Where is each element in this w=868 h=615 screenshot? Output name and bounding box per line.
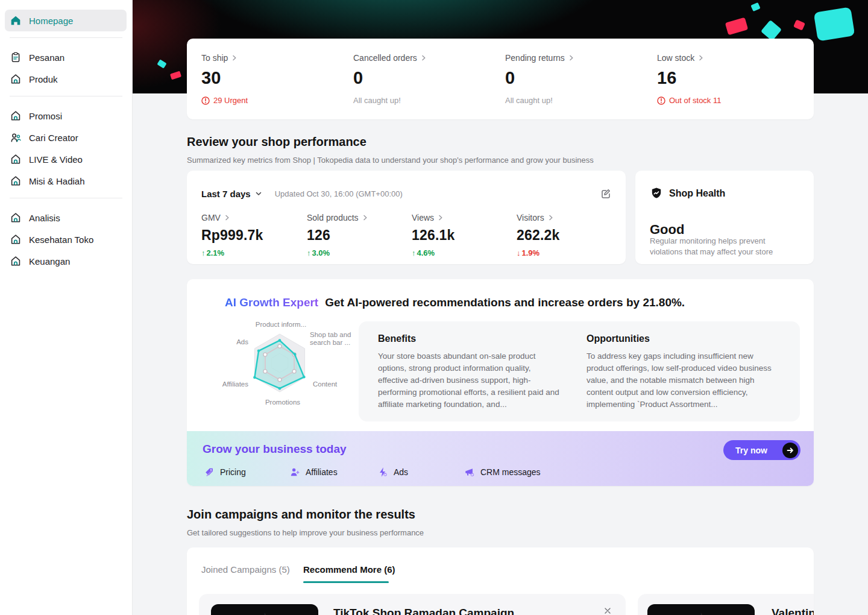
radar-axis-label-affiliates: Affiliates — [212, 380, 248, 388]
radar-axis-label-ads: Ads — [223, 338, 248, 346]
metric-delta-text: 4.6% — [417, 248, 435, 257]
grow-business-title: Grow your business today — [203, 443, 347, 456]
confetti-shape — [814, 7, 855, 41]
ai-growth-expert-card: AI Growth Expert Get AI-powered recommen… — [187, 279, 814, 486]
sidebar-item-label: Keuangan — [29, 256, 70, 266]
metric-link[interactable]: Sold products — [307, 213, 408, 222]
stat-label-text: Low stock — [657, 53, 694, 63]
confetti-shape — [761, 20, 782, 41]
campaign-card-ramadan[interactable]: ♪ TikTok Shop Ramadan Campaign — [199, 594, 626, 615]
stat-value: 30 — [201, 68, 346, 88]
sidebar-item-label: Promosi — [29, 111, 62, 121]
sidebar-item-promosi[interactable]: Promosi — [5, 105, 127, 127]
lightning-icon — [377, 467, 388, 478]
promo-item-crm[interactable]: CRM messages — [464, 467, 541, 478]
confetti-shape — [157, 59, 166, 68]
ai-brand-name: AI Growth Expert — [225, 296, 318, 309]
tab-recommend-more[interactable]: Recommend More (6) — [303, 564, 395, 575]
campaign-card-valentine[interactable]: ♪ Valentin — [638, 594, 814, 615]
stat-link[interactable]: Cancelled orders — [353, 53, 498, 63]
active-tab-underline — [303, 581, 389, 583]
metric-link[interactable]: GMV — [201, 213, 303, 222]
metric-value: Rp999.7k — [201, 227, 303, 244]
tab-joined-campaigns[interactable]: Joined Campaigns (5) — [201, 564, 290, 575]
campaign-thumbnail: ♪ — [211, 604, 318, 615]
stat-low-stock: Low stock 16 Out of stock 11 — [657, 53, 802, 105]
shop-health-card[interactable]: Shop Health Good Regular monitoring help… — [635, 171, 814, 264]
sidebar-item-label: Produk — [29, 74, 58, 84]
sidebar-item-produk[interactable]: Produk — [5, 68, 127, 90]
shop-health-description: Regular monitoring helps prevent violati… — [650, 236, 797, 257]
stat-cancelled-orders: Cancelled orders 0 All caught up! — [353, 53, 498, 105]
sidebar-item-homepage[interactable]: Homepage — [5, 10, 127, 31]
campaign-thumbnail: ♪ — [647, 604, 755, 615]
arrow-right-icon — [786, 446, 794, 455]
sidebar-item-pesanan[interactable]: Pesanan — [5, 46, 127, 68]
sidebar-item-live-video[interactable]: LIVE & Video — [5, 148, 127, 170]
stat-status: Out of stock 11 — [657, 96, 802, 105]
metric-label-text: Views — [412, 213, 434, 222]
promo-item-pricing[interactable]: Pricing — [204, 467, 246, 478]
users-icon — [10, 132, 21, 143]
sidebar-item-kesehatan-toko[interactable]: Kesehatan Toko — [5, 229, 127, 250]
sidebar-item-label: Cari Creator — [29, 133, 78, 143]
metric-label-text: Sold products — [307, 213, 359, 222]
stat-label-text: To ship — [201, 53, 228, 63]
shop-icon — [10, 234, 21, 245]
chevron-right-icon — [362, 215, 368, 221]
shop-icon — [10, 256, 21, 266]
sidebar-item-keuangan[interactable]: Keuangan — [5, 250, 127, 272]
benefits-title: Benefits — [378, 333, 562, 344]
stat-link[interactable]: Low stock — [657, 53, 802, 63]
ai-insights-panel: Benefits Your store boasts abundant on-s… — [359, 321, 800, 421]
sidebar-item-analisis[interactable]: Analisis — [5, 207, 127, 229]
stat-link[interactable]: Pending returns — [505, 53, 650, 63]
grow-business-banner: Grow your business today Pricing Affilia… — [187, 431, 814, 486]
up-arrow-icon — [412, 248, 417, 257]
metric-delta-text: 2.1% — [207, 248, 225, 257]
chevron-right-icon — [548, 215, 554, 221]
shop-icon — [10, 212, 21, 223]
shop-icon — [10, 110, 21, 121]
metric-link[interactable]: Visitors — [517, 213, 618, 222]
tiktok-logo-mark: ♪ — [699, 610, 703, 615]
sidebar-divider — [10, 198, 122, 198]
metric-value: 126.1k — [412, 227, 513, 244]
home-icon — [10, 15, 21, 26]
promo-item-affiliates[interactable]: Affiliates — [289, 467, 338, 478]
edit-metrics-icon[interactable] — [600, 188, 611, 199]
radar-axis-label-line: search bar ... — [310, 339, 351, 347]
radar-axis-label-content: Content — [313, 380, 337, 388]
stat-status: All caught up! — [353, 96, 498, 105]
price-tag-icon — [204, 467, 215, 478]
date-range-selector[interactable]: Last 7 days — [201, 189, 262, 199]
metric-delta: 2.1% — [201, 248, 303, 257]
up-arrow-icon — [201, 248, 207, 257]
opportunities-column: Opportunities To address key gaps includ… — [587, 333, 781, 411]
opportunities-title: Opportunities — [587, 333, 781, 344]
metric-delta: 4.6% — [412, 248, 513, 257]
try-now-button[interactable]: Try now — [723, 440, 800, 460]
sidebar-item-misi-hadiah[interactable]: Misi & Hadiah — [5, 170, 127, 192]
stat-status-text: 29 Urgent — [213, 96, 248, 105]
campaigns-section-subtitle: Get tailored suggestions to help improve… — [187, 528, 424, 537]
alert-icon — [201, 96, 210, 105]
try-now-label: Try now — [735, 446, 767, 455]
shop-capability-radar-chart — [242, 326, 317, 400]
close-icon[interactable] — [604, 607, 611, 614]
date-range-value: Last 7 days — [201, 189, 251, 199]
shop-icon — [10, 74, 21, 84]
arrow-circle — [782, 443, 798, 458]
metric-gmv: GMV Rp999.7k 2.1% — [201, 213, 303, 257]
ai-header-row: AI Growth Expert Get AI-powered recommen… — [203, 295, 685, 311]
metric-delta-text: 3.0% — [312, 248, 330, 257]
sidebar-item-cari-creator[interactable]: Cari Creator — [5, 127, 127, 148]
promo-item-ads[interactable]: Ads — [377, 467, 408, 478]
stat-link[interactable]: To ship — [201, 53, 346, 63]
chevron-down-icon — [255, 190, 262, 197]
radar-axis-label-promotions: Promotions — [256, 399, 310, 406]
sidebar-item-label: Kesehatan Toko — [29, 235, 93, 245]
metric-link[interactable]: Views — [412, 213, 513, 222]
updated-timestamp: Updated Oct 30, 16:00 (GMT+00:00) — [275, 189, 403, 198]
stat-status-text: All caught up! — [505, 96, 553, 105]
